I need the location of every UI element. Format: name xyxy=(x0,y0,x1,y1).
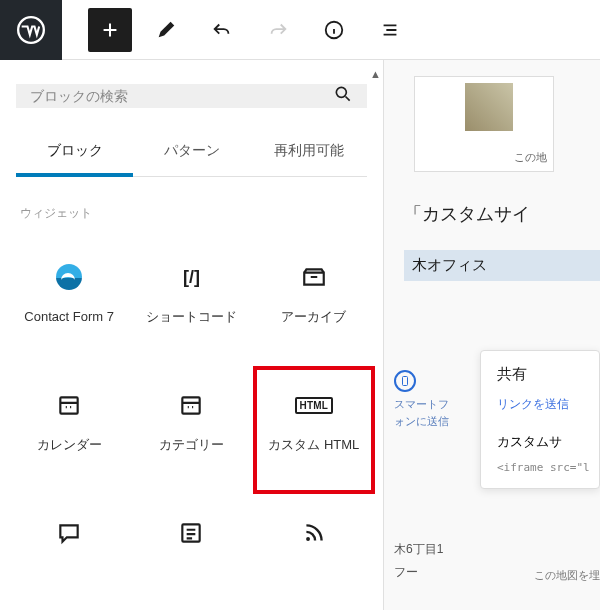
tab-patterns[interactable]: パターン xyxy=(133,128,250,176)
contact-form-7-icon xyxy=(54,262,84,292)
block-label: カスタム HTML xyxy=(262,436,365,454)
popup-link[interactable]: リンクを送信 xyxy=(497,396,599,413)
search-icon xyxy=(333,84,353,108)
popup-section: カスタムサ xyxy=(497,433,599,451)
wordpress-logo[interactable] xyxy=(0,0,62,60)
block-archive[interactable]: アーカイブ xyxy=(253,238,375,366)
popup-code: <iframe src="l xyxy=(497,461,599,474)
search-input[interactable] xyxy=(30,88,333,104)
block-inserter-panel: ▲ ブロック パターン 再利用可能 ウィジェット Contact Form 7 … xyxy=(0,60,384,610)
editor-topbar xyxy=(0,0,600,60)
address-text: 木6丁目1 フー xyxy=(394,538,443,584)
info-icon xyxy=(323,19,345,41)
svg-point-6 xyxy=(306,537,310,541)
phone-hint: スマートフ ォンに送信 xyxy=(394,370,449,429)
inserter-tabs: ブロック パターン 再利用可能 xyxy=(16,128,367,177)
tab-reusable[interactable]: 再利用可能 xyxy=(250,128,367,176)
block-label: カレンダー xyxy=(31,436,108,454)
svg-rect-4 xyxy=(183,397,200,413)
svg-point-2 xyxy=(336,87,346,97)
shortcode-icon: [/] xyxy=(176,262,206,292)
latest-posts-icon xyxy=(176,518,206,548)
preview-heading: 「カスタムサイ xyxy=(404,202,600,226)
undo-button[interactable] xyxy=(200,8,244,52)
wordpress-logo-icon xyxy=(17,16,45,44)
outline-button[interactable] xyxy=(368,8,412,52)
comment-icon xyxy=(54,518,84,548)
calendar-icon xyxy=(54,390,84,420)
info-button[interactable] xyxy=(312,8,356,52)
block-category[interactable]: カテゴリー xyxy=(130,366,252,494)
add-block-button[interactable] xyxy=(88,8,132,52)
editor-preview: この地 「カスタムサイ 木オフィス スマートフ ォンに送信 共有 リンクを送信 … xyxy=(384,60,600,610)
tab-blocks[interactable]: ブロック xyxy=(16,128,133,176)
block-calendar[interactable]: カレンダー xyxy=(8,366,130,494)
archive-icon xyxy=(299,262,329,292)
calendar-icon xyxy=(176,390,206,420)
plus-icon xyxy=(99,19,121,41)
block-label: Contact Form 7 xyxy=(18,308,120,326)
preview-bar: 木オフィス xyxy=(404,250,600,281)
block-latest-posts[interactable] xyxy=(130,494,252,610)
phone-icon xyxy=(394,370,416,392)
popup-title: 共有 xyxy=(497,365,599,384)
map-caption: この地 xyxy=(514,150,547,165)
block-grid: Contact Form 7 [/] ショートコード アーカイブ カレンダー xyxy=(8,238,375,610)
map-footer-text: この地図を埋 xyxy=(534,568,600,583)
tab-label: ブロック xyxy=(47,142,103,158)
block-shortcode[interactable]: [/] ショートコード xyxy=(130,238,252,366)
block-contact-form-7[interactable]: Contact Form 7 xyxy=(8,238,130,366)
svg-rect-3 xyxy=(60,397,77,413)
block-label: アーカイブ xyxy=(275,308,352,326)
block-search[interactable] xyxy=(16,84,367,108)
tab-label: パターン xyxy=(164,142,220,158)
block-comments[interactable] xyxy=(8,494,130,610)
redo-button xyxy=(256,8,300,52)
tab-label: 再利用可能 xyxy=(274,142,344,158)
block-rss[interactable] xyxy=(253,494,375,610)
list-view-icon xyxy=(379,19,401,41)
block-custom-html[interactable]: HTML カスタム HTML xyxy=(253,366,375,494)
scroll-indicator-icon: ▲ xyxy=(370,68,381,80)
pencil-icon xyxy=(155,19,177,41)
rss-icon xyxy=(299,518,329,548)
html-icon: HTML xyxy=(299,390,329,420)
section-widgets-title: ウィジェット xyxy=(20,205,363,222)
share-popup: 共有 リンクを送信 カスタムサ <iframe src="l xyxy=(480,350,600,489)
map-embed-preview: この地 xyxy=(414,76,554,172)
main-area: ▲ ブロック パターン 再利用可能 ウィジェット Contact Form 7 … xyxy=(0,60,600,610)
block-label: カテゴリー xyxy=(153,436,230,454)
svg-rect-7 xyxy=(403,377,408,386)
undo-icon xyxy=(211,19,233,41)
edit-mode-button[interactable] xyxy=(144,8,188,52)
redo-icon xyxy=(267,19,289,41)
block-label: ショートコード xyxy=(140,308,243,326)
